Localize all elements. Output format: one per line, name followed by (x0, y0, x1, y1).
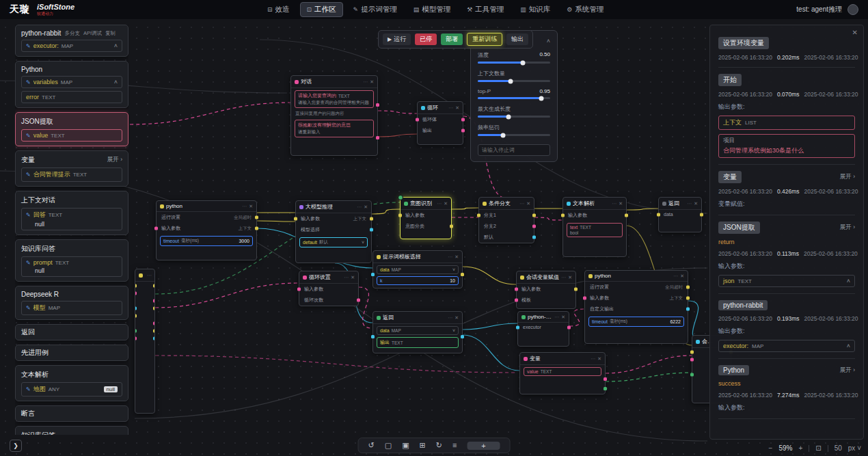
nav-item-工作区[interactable]: ⊡工作区 (300, 2, 343, 17)
collapse-icon[interactable]: ˄ (547, 38, 550, 44)
canvas-node-python-2[interactable]: python⋯✕运行设置全局超时输入参数上下文自定义输出timeout毫秒(ms… (584, 270, 688, 344)
log-node-badge[interactable]: 设置环境变量 (718, 37, 769, 49)
port[interactable] (376, 103, 379, 107)
log-field[interactable]: executor:MAP˄ (718, 340, 855, 352)
canvas-node-memory[interactable]: 提示词模板选择⋯✕dataMAP˅k10 (372, 250, 463, 289)
card-field[interactable]: ✎地图ANYnull (21, 382, 122, 397)
canvas-node-loop-strip[interactable]: 循环⋯✕ (135, 269, 155, 414)
input-port[interactable] (135, 314, 137, 317)
input-port[interactable] (515, 299, 518, 302)
node-menu-icon[interactable]: ⋯ (554, 314, 559, 320)
node-menu-icon[interactable]: ⋯ (673, 273, 678, 279)
node-close-icon[interactable]: ✕ (597, 356, 601, 362)
node-field[interactable]: dataMAP˅ (377, 265, 459, 274)
grid-unit-select[interactable]: px ˅ (848, 444, 861, 452)
input-port[interactable] (690, 373, 694, 376)
layers-icon[interactable]: ▣ (402, 441, 409, 450)
slider-knob[interactable] (501, 133, 506, 137)
node-menu-icon[interactable]: ⋯ (363, 79, 368, 85)
node-menu-icon[interactable]: ⋯ (561, 275, 566, 280)
left-card-JSON提取[interactable]: JSON提取✎valueTEXT (15, 112, 128, 146)
nav-item-模型管理[interactable]: ▤模型管理 (407, 2, 457, 17)
left-card-python-rabbit[interactable]: python-rabbit多分支API调试复制✎executor:MAP˄ (15, 25, 128, 57)
node-close-icon[interactable]: ✕ (351, 275, 355, 280)
output-port[interactable] (461, 129, 465, 133)
grid-icon[interactable]: ⊞ (420, 441, 426, 450)
output-port[interactable] (686, 308, 690, 311)
output-port[interactable] (153, 329, 155, 332)
output-port[interactable] (153, 306, 155, 310)
node-close-icon[interactable]: ✕ (561, 314, 565, 320)
node-close-icon[interactable]: ✕ (619, 201, 623, 206)
node-field[interactable]: timeout毫秒(ms)6222 (588, 317, 684, 327)
canvas-node-branch[interactable]: 条件分支⋯✕分支1分支2默认 (478, 197, 534, 243)
output-port[interactable] (370, 217, 373, 221)
node-close-icon[interactable]: ✕ (694, 201, 698, 206)
log-field[interactable]: jsonTEXT˄ (718, 275, 855, 287)
node-menu-icon[interactable]: ⋯ (591, 356, 595, 362)
card-field[interactable]: ✎valueTEXT (21, 129, 122, 142)
input-port[interactable] (297, 288, 301, 291)
canvas-node-loop-1[interactable]: 循环⋯✕循环体输出 (417, 101, 463, 145)
nav-item-提示词管理[interactable]: ✎提示词管理 (347, 2, 403, 17)
node-menu-icon[interactable]: ⋯ (448, 315, 452, 321)
param-slider[interactable] (478, 97, 550, 99)
param-slider[interactable] (478, 62, 550, 64)
node-field[interactable]: valueTEXT (524, 367, 601, 376)
input-port[interactable] (516, 325, 519, 329)
dock-terminal-icon[interactable]: ❯ (10, 440, 22, 452)
node-close-icon[interactable]: ✕ (370, 79, 374, 85)
port[interactable] (603, 387, 607, 390)
card-field[interactable]: ✎promptTEXTnull (21, 256, 122, 277)
input-port[interactable] (135, 329, 137, 332)
card-field[interactable]: ✎回答TEXTnull (21, 208, 122, 230)
output-port[interactable] (255, 216, 258, 219)
input-port[interactable] (690, 358, 694, 361)
output-port[interactable] (153, 336, 155, 340)
port[interactable] (376, 136, 379, 139)
input-port[interactable] (135, 336, 137, 340)
run-button-输出[interactable]: 输出 (506, 33, 528, 45)
card-field[interactable]: ✎模型MAP (21, 301, 122, 315)
expand-link[interactable]: 展开 › (840, 224, 855, 232)
output-port[interactable] (153, 284, 155, 287)
nav-item-工具管理[interactable]: ⚒工具管理 (461, 2, 510, 17)
canvas-node-llm-1[interactable]: 大模型推理⋯✕输入参数上下文模型选择default默认˅ (295, 200, 372, 263)
canvas-node-tpl-select[interactable]: 会话变量赋值⋯✕输入参数模板 (516, 271, 576, 309)
canvas-node-dialog[interactable]: 对话⋯✕请输入您要查询的TEXT请输入您要查询的合同管理相关问题直接回复用户的问… (290, 75, 378, 156)
input-port[interactable] (135, 284, 137, 287)
expand-link[interactable]: 展开 › (840, 173, 855, 181)
expand-link[interactable]: 展开 › (840, 366, 855, 375)
port[interactable] (371, 273, 375, 276)
node-field[interactable]: 很抱歉没有理解您的意思请重新输入 (295, 120, 374, 137)
slider-knob[interactable] (539, 96, 544, 100)
slider-knob[interactable] (520, 60, 525, 65)
canvas-node-intent[interactable]: 意图识别⋯✕输入参数意图分类 (400, 197, 452, 239)
node-menu-icon[interactable]: ⋯ (687, 201, 692, 206)
output-port[interactable] (700, 213, 703, 216)
node-field[interactable]: 输出TEXT (377, 337, 459, 348)
card-field[interactable]: errorTEXT (21, 91, 122, 103)
run-button-重新训练[interactable]: 重新训练 (467, 33, 502, 46)
fit-view-icon[interactable]: ⊡ (815, 444, 821, 452)
nav-item-效造[interactable]: ⊟效造 (261, 2, 296, 17)
node-close-icon[interactable]: ✕ (680, 273, 684, 279)
node-menu-icon[interactable]: ⋯ (519, 201, 524, 206)
slider-knob[interactable] (508, 79, 513, 83)
left-card-返回[interactable]: 返回 (15, 324, 128, 340)
node-field[interactable]: textTEXTbool (567, 223, 623, 237)
output-port[interactable] (567, 325, 571, 329)
input-port[interactable] (583, 297, 586, 300)
output-port[interactable] (686, 286, 690, 289)
node-field[interactable]: default默认˅ (299, 237, 368, 247)
run-button-已停[interactable]: 已停 (415, 33, 437, 45)
output-port[interactable] (153, 321, 155, 325)
card-field[interactable]: ✎variablesMAP˄ (21, 76, 122, 88)
left-card-Deepseek R[interactable]: Deepseek R✎模型MAP (15, 286, 128, 320)
log-field[interactable]: 上下文LIST (718, 116, 855, 130)
output-port[interactable] (370, 228, 373, 232)
param-slider[interactable] (478, 80, 550, 82)
log-node-badge[interactable]: 变量 (718, 171, 742, 183)
node-menu-icon[interactable]: ⋯ (357, 204, 362, 210)
output-port[interactable] (153, 299, 155, 302)
